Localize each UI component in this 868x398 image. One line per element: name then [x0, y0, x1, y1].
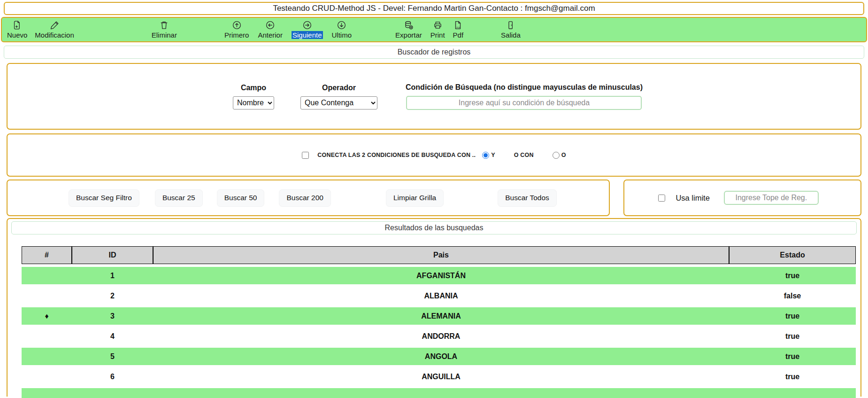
pdf-file-icon: PDF — [453, 21, 462, 30]
eliminar-button[interactable]: Eliminar — [152, 21, 177, 39]
anterior-button[interactable]: Anterior — [258, 21, 283, 39]
column-header-num[interactable]: # — [22, 246, 72, 264]
table-row[interactable]: 5 ANGOLA true — [22, 348, 856, 365]
table-row[interactable]: 6 ANGUILLA true — [22, 368, 856, 385]
row-id: 3 — [72, 307, 153, 325]
campo-group: Campo Nombre — [233, 84, 274, 109]
toolbar-item-label: Anterior — [258, 31, 283, 39]
row-id: 2 — [72, 287, 153, 304]
siguiente-button[interactable]: Siguiente — [292, 21, 323, 39]
toolbar-item-label: Nuevo — [7, 31, 27, 39]
row-marker — [22, 368, 72, 385]
toolbar-item-label: Ultimo — [332, 31, 352, 39]
results-header-bar: Resultados de las busquedas — [11, 221, 857, 234]
ultimo-button[interactable]: Ultimo — [332, 21, 352, 39]
toolbar-item-label: Siguiente — [292, 31, 323, 39]
arrow-left-circle-icon — [266, 21, 275, 30]
connector-radio-y[interactable] — [482, 152, 489, 159]
connector-row: CONECTA LAS 2 CONDICIONES DE BUSQUEDA CO… — [302, 152, 566, 159]
usa-limite-label: Usa limite — [676, 194, 709, 203]
new-file-icon — [13, 21, 22, 30]
buscar-seg-filtro-button[interactable]: Buscar Seg Filtro — [69, 189, 139, 207]
buscar-25-button[interactable]: Buscar 25 — [155, 189, 203, 207]
row-pais: ANGUILLA — [153, 368, 729, 385]
limpiar-grilla-button[interactable]: Limpiar Grilla — [386, 189, 444, 207]
toolbar-item-label: Pdf — [453, 31, 464, 39]
buscar-200-button[interactable]: Buscar 200 — [279, 189, 330, 207]
search-buttons-box: Buscar Seg Filtro Buscar 25 Buscar 50 Bu… — [7, 179, 610, 216]
pdf-button[interactable]: PDF Pdf — [453, 21, 464, 39]
tope-input[interactable] — [724, 191, 819, 205]
connector-checkbox[interactable] — [302, 152, 309, 159]
row-marker — [22, 267, 72, 284]
arrow-up-circle-icon — [232, 21, 241, 30]
window-title-bar: Testeando CRUD-Method JS - Devel: Fernan… — [4, 2, 864, 15]
row-marker: ♦ — [22, 307, 72, 325]
buscar-todos-button[interactable]: Buscar Todos — [498, 189, 557, 207]
operador-label: Operador — [322, 84, 356, 92]
salida-button[interactable]: Salida — [501, 21, 521, 39]
campo-select[interactable]: Nombre — [233, 96, 274, 109]
row-estado: true — [729, 368, 856, 385]
limit-box: Usa limite — [623, 179, 861, 216]
row-id: 4 — [72, 328, 153, 345]
row-estado: true — [729, 267, 856, 284]
search-form-box: Campo Nombre Operador Que Contenga Condi… — [7, 63, 861, 130]
table-row-selected[interactable]: ♦ 3 ALEMANIA true — [22, 307, 856, 325]
usa-limite-checkbox[interactable] — [658, 195, 665, 202]
column-header-pais[interactable]: Pais — [153, 246, 729, 264]
buscador-title: Buscador de registros — [398, 48, 471, 56]
exportar-button[interactable]: Exportar — [395, 21, 422, 39]
toolbar-item-label: Exportar — [395, 31, 422, 39]
buscador-header-bar: Buscador de registros — [4, 46, 864, 59]
table-row[interactable]: 4 ANDORRA true — [22, 328, 856, 345]
results-table: # ID Pais Estado 1 AFGANISTÁN true 2 ALB… — [22, 243, 856, 398]
svg-text:PDF: PDF — [457, 26, 461, 29]
table-row-partial[interactable] — [22, 388, 856, 398]
trash-icon — [160, 21, 169, 30]
table-row[interactable]: 1 AFGANISTÁN true — [22, 267, 856, 284]
connector-radio-y-label: Y — [491, 152, 495, 158]
row-estado: false — [729, 287, 856, 304]
row-id: 5 — [72, 348, 153, 365]
connector-box: CONECTA LAS 2 CONDICIONES DE BUSQUEDA CO… — [7, 133, 861, 177]
database-export-icon — [404, 21, 413, 30]
table-row[interactable]: 2 ALBANIA false — [22, 287, 856, 304]
row-pais: AFGANISTÁN — [153, 267, 729, 284]
toolbar-item-label: Modificacion — [35, 31, 74, 39]
row-pais: ANDORRA — [153, 328, 729, 345]
condicion-label: Condición de Búsqueda (no distingue mayu… — [406, 83, 643, 92]
arrow-right-circle-icon — [303, 21, 312, 30]
row-estado: true — [729, 348, 856, 365]
pencil-icon — [50, 21, 59, 30]
modificacion-button[interactable]: Modificacion — [35, 21, 74, 39]
condicion-group: Condición de Búsqueda (no distingue mayu… — [406, 83, 643, 110]
connector-label: CONECTA LAS 2 CONDICIONES DE BUSQUEDA CO… — [317, 152, 476, 158]
row-marker — [22, 287, 72, 304]
connector-radio-o[interactable] — [553, 152, 560, 159]
campo-label: Campo — [241, 84, 266, 92]
row-pais: ALBANIA — [153, 287, 729, 304]
condicion-input[interactable] — [406, 96, 642, 110]
table-header-row: # ID Pais Estado — [22, 246, 856, 264]
buscar-50-button[interactable]: Buscar 50 — [217, 189, 265, 207]
print-button[interactable]: Print — [430, 21, 445, 39]
toolbar-item-label: Salida — [501, 31, 521, 39]
row-estado: true — [729, 307, 856, 325]
connector-radio-o-label: O — [561, 152, 566, 158]
row-id: 1 — [72, 267, 153, 284]
primero-button[interactable]: Primero — [224, 21, 249, 39]
row-estado: true — [729, 328, 856, 345]
arrow-down-circle-icon — [337, 21, 346, 30]
connector-middle-label: O CON — [514, 152, 534, 158]
results-box: Resultados de las busquedas # ID Pais Es… — [7, 218, 861, 397]
operador-select[interactable]: Que Contenga — [300, 96, 377, 109]
nuevo-button[interactable]: Nuevo — [7, 21, 27, 39]
page-title: Testeando CRUD-Method JS - Devel: Fernan… — [273, 4, 595, 13]
column-header-id[interactable]: ID — [72, 246, 153, 264]
row-pais: ANGOLA — [153, 348, 729, 365]
toolbar-item-label: Primero — [224, 31, 249, 39]
row-id: 6 — [72, 368, 153, 385]
column-header-estado[interactable]: Estado — [729, 246, 856, 264]
row-marker — [22, 348, 72, 365]
